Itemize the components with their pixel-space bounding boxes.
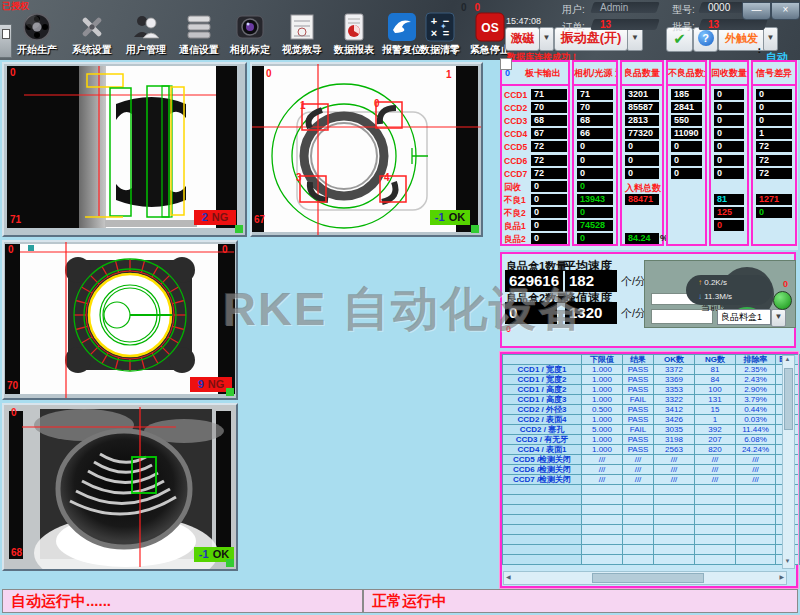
stats-cell: 72 [531, 168, 567, 179]
detail-empty-cell [582, 515, 623, 525]
stats-cell: 72 [531, 141, 567, 152]
toolbar-button-5[interactable]: 相机标定 [224, 12, 276, 60]
camera-count-bottom-left: 67 [254, 214, 265, 225]
detail-cell: 3322 [654, 395, 695, 405]
net-speed-pill[interactable]: ↑ 0.2K/s ↓ 11.3M/s [686, 275, 772, 305]
camera-view-1[interactable]: 0712NG [2, 62, 247, 237]
detail-header-cell: 结果 [623, 355, 654, 365]
stats-cell: 0 [714, 168, 744, 179]
detail-empty-cell [736, 545, 776, 555]
detail-cell: PASS [623, 415, 654, 425]
detail-empty-cell [623, 515, 654, 525]
detail-row[interactable]: CCD1 / 高度31.000FAIL33221313.79%25 [503, 395, 800, 405]
user-field[interactable]: Admin [590, 2, 660, 13]
trigger-dropdown-arrow[interactable]: ▼ [763, 27, 778, 51]
detail-row[interactable]: CCD6 /检测关闭////////////////// [503, 465, 800, 475]
demagnetize-dropdown-arrow[interactable]: ▼ [539, 27, 554, 51]
detail-table-panel: 下限值结果OK数NG数排除率时间CCD1 / 宽度11.000PASS33728… [500, 352, 798, 588]
camera-count-top-left: 0 [8, 244, 14, 255]
stats-cell: 71 [531, 89, 567, 100]
toolbar-button-9[interactable]: +−×=✦数据清零 [414, 12, 466, 60]
stats-column-6: 信号差异000172727212710 [751, 60, 797, 246]
vision-icon [287, 12, 317, 42]
vibration-dropdown-arrow[interactable]: ▼ [627, 27, 643, 51]
report-icon [339, 12, 369, 42]
detail-table: 下限值结果OK数NG数排除率时间CCD1 / 宽度11.000PASS33728… [502, 354, 800, 565]
detail-cell: 3198 [654, 435, 695, 445]
toolbar-button-label: 数据报表 [328, 43, 380, 57]
detail-empty-cell [623, 545, 654, 555]
stats-cell: 0 [714, 155, 744, 166]
good-box-dropdown[interactable]: 良品料盒1 [717, 309, 771, 325]
order-field[interactable]: 13 [590, 19, 660, 30]
detail-cell: 1.000 [582, 365, 623, 375]
toolbar-button-6[interactable]: 视觉教导 [276, 12, 328, 60]
toolbar-button-3[interactable]: 用户管理 [120, 12, 172, 60]
detail-row[interactable]: CCD1 / 高度21.000PASS33531002.90%5 [503, 385, 800, 395]
detail-row[interactable]: CCD3 / 有无牙1.000PASS31982076.08%18 [503, 435, 800, 445]
vscroll-thumb[interactable] [784, 368, 793, 430]
detail-cell: 0.03% [736, 415, 776, 425]
detail-row[interactable]: CCD4 / 表面11.000PASS256382024.24%26 [503, 445, 800, 455]
detail-row[interactable]: CCD2 / 外径30.500PASS3412150.44%18 [503, 405, 800, 415]
stats-cell: 67 [531, 128, 567, 139]
stats-checkbox[interactable] [500, 58, 512, 70]
detail-cell: 820 [695, 445, 736, 455]
minimize-button[interactable]: — [742, 2, 771, 20]
detail-empty-cell [503, 525, 582, 535]
status-led [773, 291, 792, 310]
detail-cell: 24.24% [736, 445, 776, 455]
stats-cell: 0 [714, 89, 744, 100]
detail-cell: 0.44% [736, 405, 776, 415]
detail-empty-cell [623, 535, 654, 545]
detail-cell: 15 [695, 405, 736, 415]
detail-cell: 100 [695, 385, 736, 395]
good-box-dropdown-arrow[interactable]: ▼ [771, 309, 786, 327]
stats-column-5: 回收数量0000000811250 [709, 60, 749, 246]
detail-row-label: CCD3 / 有无牙 [503, 435, 582, 445]
camera-view-4[interactable]: 068-1OK [2, 403, 238, 571]
detail-row[interactable]: CCD7 /检测关闭////////////////// [503, 475, 800, 485]
detail-row[interactable]: CCD2 / 塞孔5.000FAIL303539211.44%19 [503, 425, 800, 435]
stats-cell: 72 [531, 155, 567, 166]
close-button[interactable]: × [771, 2, 800, 20]
detail-row[interactable]: CCD1 / 宽度11.000PASS3372812.35%9 [503, 365, 800, 375]
detail-row[interactable]: CCD2 / 表面41.000PASS342610.03%24 [503, 415, 800, 425]
help-button[interactable]: ? [693, 27, 718, 52]
detail-cell: 1.000 [582, 395, 623, 405]
toolbar-button-1[interactable]: 开始生产 [11, 12, 63, 60]
vertical-scrollbar[interactable]: ▲▼ [782, 355, 795, 569]
stats-column-header: 回收数量 [711, 62, 747, 86]
demagnetize-button[interactable]: 激磁 [505, 27, 540, 51]
toolbar-button-4[interactable]: 通信设置 [173, 12, 225, 60]
roi-label-0: 0 [374, 98, 380, 109]
stats-cell: 1271 [756, 194, 792, 205]
detail-row[interactable]: CCD1 / 宽度21.000PASS3369842.43%9 [503, 375, 800, 385]
toolbar-button-2[interactable]: 系统设置 [66, 12, 118, 60]
detail-empty-cell [695, 495, 736, 505]
detail-empty-cell [623, 555, 654, 565]
svg-text:✦: ✦ [440, 22, 447, 31]
camera-count-top-left: 0 [11, 407, 17, 418]
camera-view-3[interactable]: 00709NG [2, 240, 238, 400]
stats-cell: 2841 [671, 102, 702, 113]
stats-cell: 0 [577, 233, 613, 244]
horizontal-scrollbar[interactable]: ◀▶ [503, 571, 787, 585]
stats-cell: 0 [714, 141, 744, 152]
stats-row-label: CCD6 [504, 156, 527, 166]
stats-cell: 84.24 [625, 233, 659, 244]
stats-cell: 85587 [625, 102, 659, 113]
stats-cell: 125 [714, 207, 744, 218]
detail-row-label: CCD1 / 高度3 [503, 395, 582, 405]
user-label: 用户: [562, 3, 585, 17]
detail-row[interactable]: CCD5 /检测关闭////////////////// [503, 455, 800, 465]
detail-cell: 6.08% [736, 435, 776, 445]
toolbar-button-7[interactable]: 数据报表 [328, 12, 380, 60]
hscroll-thumb[interactable] [592, 573, 704, 583]
roi-label-3: 3 [296, 172, 302, 183]
stats-cell: 0 [714, 102, 744, 113]
camera-view-2[interactable]: 01671034-1OK [250, 62, 483, 237]
detail-cell: /// [654, 475, 695, 485]
detail-empty-cell [503, 515, 582, 525]
batch-field[interactable]: 13 [698, 19, 768, 30]
